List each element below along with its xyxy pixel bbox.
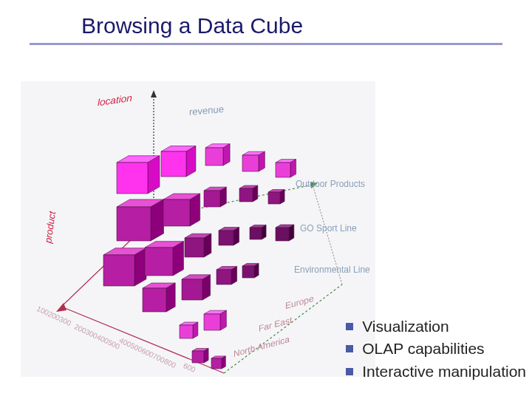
svg-marker-77	[192, 351, 204, 363]
svg-marker-29	[163, 200, 190, 226]
svg-marker-13	[186, 146, 196, 177]
product-cat-2: Environmental Line	[294, 265, 370, 275]
svg-line-6	[61, 307, 224, 373]
svg-marker-53	[250, 228, 262, 239]
svg-marker-79	[222, 356, 225, 369]
bullet-text: Visualization	[362, 316, 449, 338]
svg-marker-56	[276, 228, 289, 241]
svg-marker-70	[220, 310, 226, 330]
bullet-icon	[346, 368, 353, 375]
svg-marker-22	[290, 160, 296, 177]
svg-marker-10	[148, 156, 160, 194]
list-item: Visualization	[346, 316, 526, 338]
svg-marker-44	[145, 248, 173, 276]
svg-line-7	[224, 284, 342, 373]
svg-marker-34	[253, 185, 258, 202]
svg-marker-1	[151, 90, 157, 98]
title-underline	[30, 43, 502, 45]
svg-marker-55	[289, 225, 294, 241]
svg-marker-38	[268, 192, 280, 204]
svg-marker-43	[173, 242, 183, 276]
svg-marker-62	[182, 279, 202, 300]
svg-marker-52	[262, 225, 266, 239]
svg-marker-23	[276, 163, 290, 177]
svg-marker-20	[242, 155, 259, 171]
svg-marker-26	[117, 207, 151, 241]
svg-marker-71	[204, 314, 220, 330]
svg-marker-28	[190, 194, 200, 226]
product-cat-1: GO Sport Line	[300, 223, 357, 233]
svg-marker-40	[134, 248, 146, 286]
svg-marker-59	[143, 288, 166, 312]
bullet-icon	[346, 323, 353, 330]
svg-marker-32	[204, 191, 220, 207]
svg-marker-35	[239, 188, 253, 202]
svg-marker-37	[280, 189, 284, 204]
svg-marker-49	[233, 228, 239, 245]
svg-marker-47	[185, 238, 204, 257]
svg-marker-58	[166, 283, 175, 312]
svg-marker-16	[223, 144, 230, 166]
bullet-icon	[346, 345, 353, 352]
svg-marker-80	[211, 358, 222, 369]
svg-marker-76	[204, 348, 208, 363]
svg-marker-74	[180, 325, 193, 338]
svg-marker-14	[161, 151, 186, 177]
svg-marker-17	[205, 148, 223, 166]
list-item: OLAP capabilities	[346, 338, 526, 360]
svg-marker-46	[204, 233, 211, 257]
svg-marker-64	[231, 267, 237, 284]
svg-marker-73	[193, 322, 198, 338]
product-cat-0: Outdoor Products	[296, 179, 365, 189]
bullet-list: Visualization OLAP capabilities Interact…	[346, 316, 526, 383]
bullet-text: Interactive manipulation	[362, 361, 526, 383]
svg-marker-11	[117, 163, 148, 194]
bullet-text: OLAP capabilities	[362, 338, 484, 360]
svg-marker-25	[151, 200, 163, 241]
list-item: Interactive manipulation	[346, 361, 526, 383]
svg-marker-68	[242, 266, 254, 278]
data-cube-chart: location revenue product Outdoor Product…	[21, 81, 375, 377]
svg-marker-67	[254, 263, 259, 278]
svg-marker-5	[56, 303, 66, 312]
svg-marker-65	[216, 270, 231, 284]
svg-marker-41	[103, 255, 134, 286]
svg-marker-61	[202, 275, 211, 300]
svg-marker-19	[259, 151, 265, 171]
page-title: Browsing a Data Cube	[0, 0, 532, 43]
svg-marker-50	[219, 231, 233, 245]
svg-marker-31	[220, 187, 226, 207]
